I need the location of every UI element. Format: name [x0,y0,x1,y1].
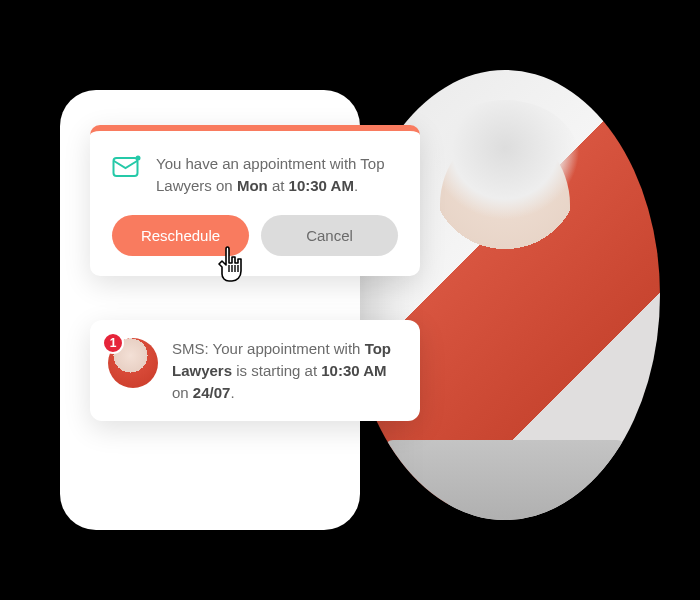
appt-mid2: at [268,177,289,194]
appt-prefix: You have an appointment with [156,155,360,172]
sms-mid2: on [172,384,193,401]
mail-icon [112,155,142,179]
avatar-wrap: 1 [108,338,158,388]
sms-mid1: is starting at [232,362,321,379]
appt-suffix: . [354,177,358,194]
notification-badge: 1 [102,332,124,354]
appt-day: Mon [237,177,268,194]
appointment-card: You have an appointment with Top Lawyers… [90,125,420,276]
cancel-button[interactable]: Cancel [261,215,398,256]
svg-point-1 [136,156,141,161]
appointment-actions: Reschedule Cancel [112,215,398,256]
sms-card: 1 SMS: Your appointment with Top Lawyers… [90,320,420,421]
sms-time: 10:30 AM [321,362,386,379]
sms-prefix: SMS: Your appointment with [172,340,365,357]
sms-date: 24/07 [193,384,231,401]
sms-message: SMS: Your appointment with Top Lawyers i… [172,338,400,403]
sms-suffix: . [230,384,234,401]
reschedule-button[interactable]: Reschedule [112,215,249,256]
appointment-message: You have an appointment with Top Lawyers… [156,153,398,197]
laptop [385,440,625,520]
appt-mid1: on [212,177,237,194]
appt-time: 10:30 AM [289,177,354,194]
